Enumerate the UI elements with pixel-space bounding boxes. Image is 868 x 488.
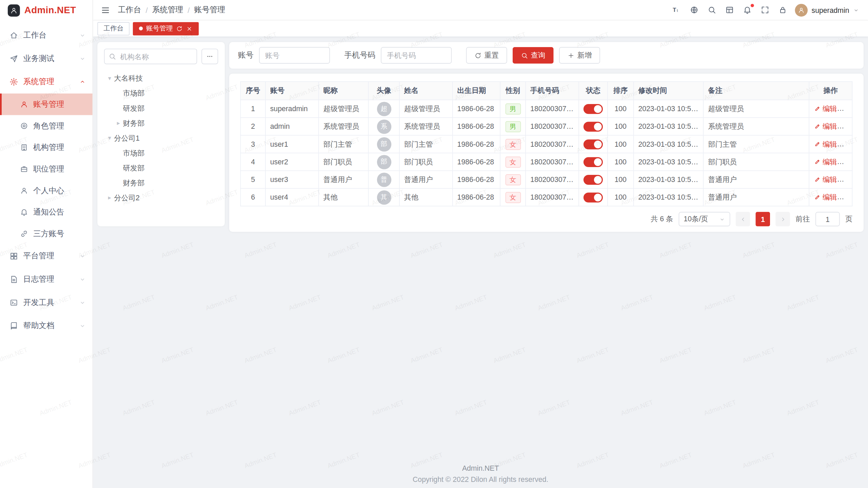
page-1-button[interactable]: 1: [756, 212, 770, 226]
add-button[interactable]: 新增: [559, 47, 600, 64]
sidebar-item-平台管理[interactable]: 平台管理: [0, 245, 93, 268]
refresh-tab-icon[interactable]: [176, 25, 183, 32]
edit-button[interactable]: 编辑: [814, 192, 837, 202]
phone-input[interactable]: [381, 47, 452, 64]
row-more-button[interactable]: [844, 193, 852, 201]
tree-more-button[interactable]: [201, 49, 218, 64]
sidebar-subitem-三方账号[interactable]: 三方账号: [0, 223, 93, 245]
chevron-down-icon: [719, 216, 725, 222]
cell-actions: 编辑: [809, 188, 852, 206]
tree-node-分公司1[interactable]: ▾分公司1: [104, 130, 218, 145]
tree-node-label: 财务部: [123, 118, 144, 128]
cell-name: 部门职员: [399, 153, 453, 170]
org-search-input[interactable]: [104, 49, 197, 64]
cell-account: superadmin: [265, 100, 319, 118]
tab-account-management[interactable]: 账号管理: [133, 22, 199, 35]
status-toggle[interactable]: [584, 175, 603, 184]
sidebar: Admin.NET 工作台业务测试系统管理账号管理角色管理机构管理职位管理个人中…: [0, 0, 93, 488]
tree-node-研发部[interactable]: 研发部: [104, 160, 218, 175]
sidebar-item-开发工具[interactable]: 开发工具: [0, 291, 93, 314]
lock-icon[interactable]: [778, 5, 787, 14]
row-more-button[interactable]: [844, 176, 852, 184]
sidebar-item-label: 日志管理: [23, 274, 79, 284]
sidebar-subitem-机构管理[interactable]: 机构管理: [0, 137, 93, 158]
grid-icon: [9, 252, 18, 261]
avatar: 部: [377, 155, 391, 169]
avatar: 超: [377, 102, 391, 116]
cell-avatar: 系: [369, 118, 399, 135]
logo[interactable]: Admin.NET: [0, 0, 93, 20]
sidebar-item-label: 帮助文档: [23, 321, 79, 331]
search-icon[interactable]: [708, 5, 716, 14]
close-tab-icon[interactable]: [186, 25, 193, 32]
font-size-icon[interactable]: Tt: [672, 5, 681, 14]
tree-node-财务部[interactable]: 财务部: [104, 176, 218, 190]
row-more-button[interactable]: [844, 122, 852, 130]
sidebar-item-系统管理[interactable]: 系统管理: [0, 70, 93, 94]
cell-status: [579, 188, 608, 206]
status-toggle[interactable]: [584, 121, 603, 131]
goto-page-input[interactable]: [815, 212, 840, 226]
cell-nickname: 部门职员: [319, 153, 369, 170]
sidebar-subitem-角色管理[interactable]: 角色管理: [0, 115, 93, 137]
tab-workbench[interactable]: 工作台: [97, 22, 130, 35]
book-icon: [9, 322, 18, 330]
sidebar-subitem-通知公告[interactable]: 通知公告: [0, 201, 93, 223]
edit-button[interactable]: 编辑: [814, 139, 837, 149]
search-button[interactable]: 查询: [513, 47, 554, 64]
row-more-button[interactable]: [844, 105, 852, 113]
edit-button[interactable]: 编辑: [814, 175, 837, 184]
breadcrumb-item-system[interactable]: 系统管理: [152, 5, 183, 15]
cell-no: 6: [240, 188, 265, 206]
edit-button[interactable]: 编辑: [814, 157, 837, 167]
status-toggle[interactable]: [584, 139, 603, 149]
avatar: 部: [377, 137, 391, 151]
sidebar-item-业务测试[interactable]: 业务测试: [0, 47, 93, 70]
cell-gender: 女: [500, 153, 526, 170]
sidebar-item-工作台[interactable]: 工作台: [0, 24, 93, 47]
sidebar-item-label: 系统管理: [23, 77, 79, 87]
tree-node-财务部[interactable]: ▸财务部: [104, 116, 218, 130]
cell-order: 100: [608, 188, 634, 206]
column-header-账号: 账号: [265, 82, 319, 100]
sidebar-item-帮助文档[interactable]: 帮助文档: [0, 314, 93, 338]
tree-node-分公司2[interactable]: ▸分公司2: [104, 190, 218, 205]
edit-button[interactable]: 编辑: [814, 121, 837, 131]
next-page-button[interactable]: [775, 212, 790, 226]
sidebar-item-日志管理[interactable]: 日志管理: [0, 268, 93, 291]
sidebar-subitem-账号管理[interactable]: 账号管理: [0, 94, 93, 115]
status-toggle[interactable]: [584, 104, 603, 114]
user-icon: [20, 100, 28, 108]
tree-node-研发部[interactable]: 研发部: [104, 101, 218, 116]
globe-icon[interactable]: [690, 5, 698, 14]
edit-button[interactable]: 编辑: [814, 104, 837, 114]
sidebar-subitem-职位管理[interactable]: 职位管理: [0, 158, 93, 180]
sidebar-subitem-个人中心[interactable]: 个人中心: [0, 180, 93, 202]
status-toggle[interactable]: [584, 192, 603, 202]
reset-button[interactable]: 重置: [466, 47, 507, 64]
prev-page-button[interactable]: [736, 212, 750, 226]
breadcrumb-item-workbench[interactable]: 工作台: [118, 5, 141, 15]
hamburger-menu-icon[interactable]: [101, 5, 110, 15]
notification-icon[interactable]: [743, 5, 752, 14]
cell-phone: 18020030720: [526, 118, 579, 135]
user-menu[interactable]: superadmin: [795, 4, 859, 17]
tree-node-label: 大名科技: [114, 73, 143, 83]
status-toggle[interactable]: [584, 157, 603, 167]
cell-gender: 女: [500, 135, 526, 153]
cell-remark: 系统管理员: [703, 118, 809, 135]
tree-node-市场部[interactable]: 市场部: [104, 86, 218, 101]
breadcrumb-item-account[interactable]: 账号管理: [194, 5, 225, 15]
row-more-button[interactable]: [844, 140, 852, 148]
tree-node-市场部[interactable]: 市场部: [104, 145, 218, 160]
theme-icon[interactable]: [725, 5, 734, 14]
tree-node-大名科技[interactable]: ▾大名科技: [104, 71, 218, 86]
cell-modified: 2023-01-03 10:59:44: [634, 171, 704, 188]
account-input[interactable]: [259, 47, 330, 64]
fullscreen-icon[interactable]: [761, 5, 769, 14]
sidebar-item-label: 开发工具: [23, 298, 79, 307]
svg-text:T: T: [673, 7, 676, 13]
row-more-button[interactable]: [844, 158, 852, 166]
chevron-down-icon: [79, 299, 86, 306]
page-size-select[interactable]: 10条/页: [679, 212, 730, 226]
